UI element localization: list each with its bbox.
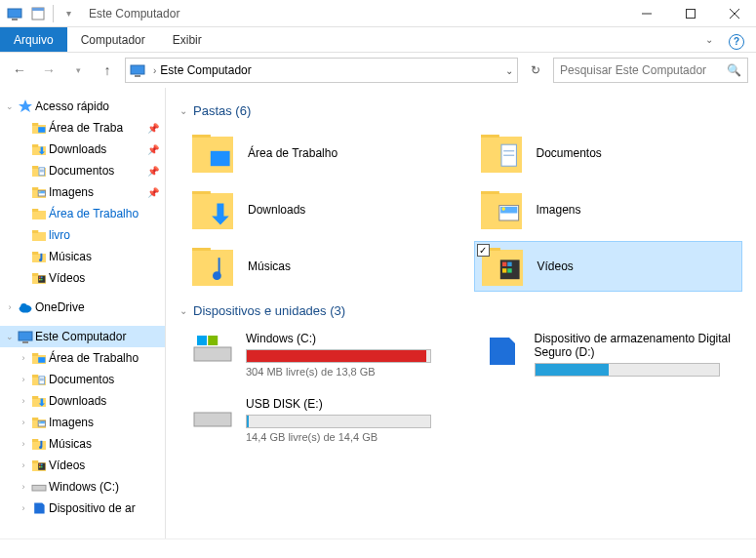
ribbon-expand-icon[interactable]: ⌄ [699, 34, 719, 45]
chevron-down-icon[interactable]: ⌄ [179, 305, 187, 316]
status-bar [0, 538, 756, 558]
tree-item-label: Dispositivo de ar [49, 501, 136, 515]
svg-rect-27 [32, 232, 46, 241]
tree-twisty-icon[interactable]: › [18, 460, 29, 470]
nav-back-button[interactable]: ← [8, 59, 31, 82]
downloads-icon [31, 141, 47, 157]
tab-file[interactable]: Arquivo [0, 27, 67, 52]
tree-twisty-icon[interactable]: › [18, 482, 29, 492]
svg-rect-97 [194, 413, 231, 426]
svg-rect-0 [8, 9, 21, 18]
tab-computer[interactable]: Computador [67, 27, 159, 52]
minimize-button[interactable] [624, 0, 668, 27]
tree-twisty-icon[interactable]: › [18, 503, 29, 513]
nav-recent-dropdown[interactable]: ▾ [66, 59, 90, 82]
tree-item[interactable]: ›Músicas [0, 433, 165, 455]
tree-item[interactable]: Músicas [0, 246, 165, 267]
drive-free-label: 14,4 GB livre(s) de 14,4 GB [246, 431, 449, 443]
tree-twisty-icon[interactable]: › [18, 418, 29, 427]
svg-point-24 [39, 191, 40, 192]
pc-icon [18, 329, 33, 344]
group-header-folders[interactable]: ⌄ Pastas (6) [179, 103, 742, 118]
help-icon[interactable]: ? [729, 34, 744, 50]
folder-item[interactable]: Músicas [185, 241, 455, 292]
images-icon [31, 415, 47, 430]
nav-up-button[interactable]: ↑ [96, 59, 119, 82]
close-button[interactable] [712, 0, 756, 27]
qat-dropdown-icon[interactable]: ▾ [58, 3, 79, 24]
tree-item[interactable]: ›OneDrive [0, 297, 165, 318]
pin-icon: 📌 [147, 166, 159, 177]
svg-rect-68 [32, 485, 46, 491]
tree-item-label: Este Computador [35, 330, 126, 343]
svg-rect-36 [41, 276, 43, 278]
desktop-icon [191, 132, 234, 175]
folder-item[interactable]: Imagens [474, 184, 743, 235]
content-pane[interactable]: ⌄ Pastas (6) Área de TrabalhoDocumentosD… [166, 88, 756, 538]
address-dropdown-icon[interactable]: ⌄ [505, 65, 513, 76]
svg-rect-85 [192, 248, 211, 251]
svg-rect-33 [32, 273, 38, 276]
images-icon [31, 184, 47, 200]
folder-label: Músicas [248, 259, 291, 273]
drive-item[interactable]: Dispositivo de armazenamento Digital Seg… [474, 328, 743, 381]
folder-item[interactable]: Área de Trabalho [185, 128, 455, 179]
svg-rect-93 [507, 268, 511, 272]
tree-item[interactable]: ›Imagens [0, 412, 165, 433]
tree-twisty-icon[interactable]: ⌄ [4, 101, 16, 111]
checkbox-icon[interactable]: ✓ [477, 244, 490, 257]
drive-item[interactable]: Windows (C:)304 MB livre(s) de 13,8 GB [185, 328, 455, 381]
search-input[interactable]: Pesquisar Este Computador 🔍 [553, 58, 748, 83]
tree-item-label: Área de Trabalho [49, 351, 139, 365]
properties-icon[interactable] [27, 3, 49, 24]
address-bar[interactable]: › Este Computador ⌄ [125, 58, 518, 83]
tree-item[interactable]: Imagens📌 [0, 181, 165, 203]
tree-item[interactable]: Área de Traba📌 [0, 117, 165, 139]
svg-point-83 [501, 207, 505, 211]
drive-usage-bar [246, 349, 431, 363]
svg-rect-11 [32, 123, 38, 126]
nav-forward-button[interactable]: → [37, 59, 60, 82]
tree-item[interactable]: ⌄Este Computador [0, 326, 165, 347]
drive-item[interactable]: USB DISK (E:)14,4 GB livre(s) de 14,4 GB [185, 393, 455, 447]
drive-name: Windows (C:) [246, 332, 449, 345]
tree-twisty-icon[interactable]: › [18, 375, 29, 384]
svg-rect-30 [32, 252, 38, 255]
folder-item[interactable]: ✓Vídeos [474, 241, 743, 292]
refresh-button[interactable]: ↻ [524, 59, 547, 82]
separator [53, 5, 54, 22]
tree-twisty-icon[interactable]: › [18, 396, 29, 406]
folder-item[interactable]: Downloads [185, 184, 455, 235]
tree-item[interactable]: ›Área de Trabalho [0, 347, 165, 369]
cloud-icon [18, 299, 33, 315]
tab-view[interactable]: Exibir [159, 27, 216, 52]
tree-twisty-icon[interactable]: › [4, 302, 16, 312]
tree-item[interactable]: livro [0, 224, 165, 246]
tree-item[interactable]: ›Dispositivo de ar [0, 498, 165, 519]
tree-item[interactable]: Documentos📌 [0, 160, 165, 181]
maximize-button[interactable] [668, 0, 712, 27]
tree-item[interactable]: ›Vídeos [0, 455, 165, 476]
tree-item[interactable]: Área de Trabalho [0, 203, 165, 224]
tree-item[interactable]: ⌄Acesso rápido [0, 96, 165, 117]
tree-item[interactable]: ›Downloads [0, 390, 165, 412]
folder-label: Downloads [248, 203, 305, 217]
svg-rect-28 [32, 230, 38, 233]
downloads-icon [191, 188, 234, 231]
tree-item[interactable]: ›Windows (C:) [0, 476, 165, 498]
group-header-drives[interactable]: ⌄ Dispositivos e unidades (3) [179, 303, 742, 318]
tree-item[interactable]: Downloads📌 [0, 139, 165, 160]
tree-twisty-icon[interactable]: › [18, 353, 29, 363]
chevron-down-icon[interactable]: ⌄ [179, 105, 187, 116]
folder-label: Área de Trabalho [248, 146, 338, 160]
window-controls [624, 0, 756, 27]
tree-twisty-icon[interactable]: ⌄ [4, 332, 16, 341]
svg-rect-94 [194, 347, 231, 361]
navigation-tree[interactable]: ⌄Acesso rápidoÁrea de Traba📌Downloads📌Do… [0, 88, 166, 538]
folder-item[interactable]: Documentos [474, 128, 743, 179]
tree-item[interactable]: Vídeos [0, 267, 165, 289]
tree-item[interactable]: ›Documentos [0, 369, 165, 390]
breadcrumb[interactable]: Este Computador [160, 63, 501, 77]
tree-twisty-icon[interactable]: › [18, 439, 29, 449]
svg-rect-96 [208, 336, 218, 345]
